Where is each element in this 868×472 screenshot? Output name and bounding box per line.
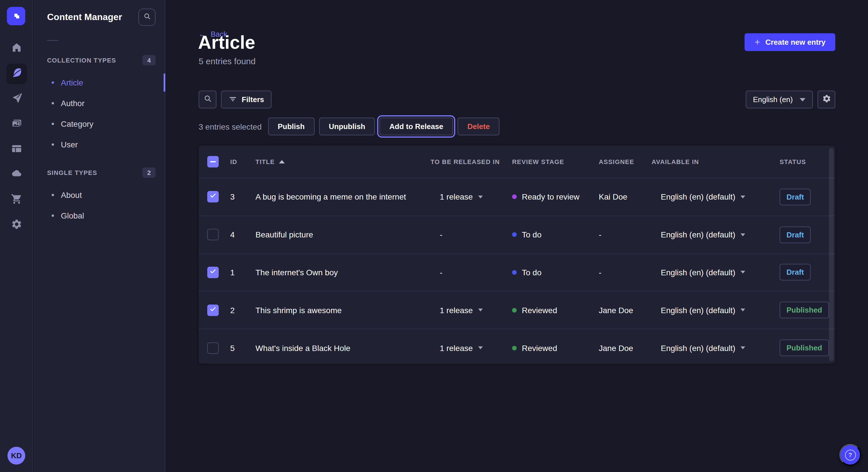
- column-header-title[interactable]: TITLE: [255, 158, 431, 165]
- column-header-label: AVAILABLE IN: [652, 158, 699, 165]
- chevron-down-icon: [741, 233, 745, 236]
- sidebar-title: Content Manager: [47, 12, 122, 22]
- bullet-icon: [52, 214, 54, 217]
- chevron-down-icon: [478, 309, 483, 312]
- strapi-logo[interactable]: [7, 7, 25, 25]
- search-button[interactable]: [198, 91, 216, 108]
- row-checkbox[interactable]: [207, 342, 219, 353]
- create-new-entry-label: Create new entry: [765, 38, 826, 46]
- chevron-down-icon: [800, 98, 805, 101]
- row-checkbox[interactable]: [207, 229, 219, 240]
- page-subtitle: 5 entries found: [198, 56, 256, 66]
- cell-review-stage: To do: [512, 230, 599, 239]
- rail-item-settings[interactable]: [6, 215, 27, 236]
- cell-status: Published: [780, 302, 835, 318]
- sidebar-item-category[interactable]: Category: [33, 115, 165, 133]
- media-library-icon: [11, 117, 22, 131]
- sidebar-item-user[interactable]: User: [33, 136, 165, 153]
- rail-item-cloud[interactable]: [6, 165, 27, 185]
- status-badge: Draft: [780, 226, 811, 243]
- bullet-icon: [52, 123, 54, 125]
- sidebar-item-about[interactable]: About: [33, 187, 165, 204]
- locale-dropdown[interactable]: English (en) (default): [652, 193, 780, 202]
- cloud-icon: [11, 168, 22, 182]
- status-badge: Draft: [780, 189, 811, 205]
- stage-dot-icon: [512, 345, 517, 350]
- table-row[interactable]: 5What's inside a Black Hole1 releaseRevi…: [198, 329, 835, 367]
- bullet-icon: [52, 143, 54, 146]
- cell-released: -: [431, 230, 512, 239]
- sidebar-search-button[interactable]: [138, 9, 156, 26]
- cell-assignee: -: [599, 268, 652, 277]
- select-all-checkbox[interactable]: [207, 156, 219, 167]
- publish-button[interactable]: Publish: [268, 117, 314, 135]
- stage-dot-icon: [512, 308, 517, 312]
- rail-item-content-manager[interactable]: [6, 64, 27, 84]
- cell-title: This shrimp is awesome: [255, 306, 431, 315]
- column-header-released: TO BE RELEASED IN: [431, 158, 512, 165]
- sort-ascending-icon[interactable]: [279, 160, 284, 164]
- cell-id: 5: [230, 343, 255, 352]
- delete-button[interactable]: Delete: [458, 117, 499, 135]
- stage-label: To do: [522, 268, 541, 277]
- table-row[interactable]: 1The internet's Own boy-To do-English (e…: [198, 253, 835, 291]
- chevron-down-icon: [741, 271, 745, 274]
- locale-select[interactable]: English (en): [745, 91, 813, 108]
- sidebar-item-article[interactable]: Article: [33, 74, 165, 91]
- column-header-id[interactable]: ID: [230, 158, 255, 165]
- rail-item-marketplace[interactable]: [6, 190, 27, 210]
- locale-dropdown[interactable]: English (en) (default): [652, 306, 780, 315]
- cell-id: 2: [230, 306, 255, 315]
- chevron-down-icon: [741, 346, 745, 349]
- stage-label: Ready to review: [522, 193, 580, 202]
- page-title: Article: [198, 32, 255, 53]
- cell-title: What's inside a Black Hole: [255, 343, 431, 352]
- locale-label: English (en) (default): [661, 193, 735, 202]
- sidebar-item-label: Category: [61, 119, 94, 129]
- release-dropdown[interactable]: 1 release: [431, 193, 512, 202]
- table-row[interactable]: 4Beautiful picture-To do-English (en) (d…: [198, 216, 835, 254]
- release-dropdown[interactable]: 1 release: [431, 343, 512, 352]
- bullet-icon: [52, 102, 54, 104]
- list-settings-button[interactable]: [817, 91, 835, 108]
- gear-icon: [822, 94, 831, 105]
- locale-dropdown[interactable]: English (en) (default): [652, 343, 780, 352]
- sidebar-item-author[interactable]: Author: [33, 95, 165, 112]
- release-count-label: 1 release: [440, 193, 473, 202]
- user-avatar[interactable]: KD: [7, 447, 25, 465]
- chevron-down-icon: [478, 196, 483, 198]
- stage-label: Reviewed: [522, 343, 557, 352]
- row-checkbox[interactable]: [207, 305, 219, 316]
- content-type-builder-icon: [11, 143, 22, 157]
- release-dropdown[interactable]: 1 release: [431, 306, 512, 315]
- help-icon: ?: [845, 449, 856, 460]
- selection-bar: 3 entries selected PublishUnpublishAdd t…: [198, 117, 835, 135]
- column-header-label: STATUS: [780, 158, 806, 165]
- table-row[interactable]: 2This shrimp is awesome1 releaseReviewed…: [198, 291, 835, 329]
- help-button[interactable]: ?: [839, 444, 861, 466]
- sidebar-divider: [47, 40, 59, 41]
- cell-assignee: Jane Doe: [599, 343, 652, 352]
- rail-item-content-type-builder[interactable]: [6, 139, 27, 160]
- table-row[interactable]: 3A bug is becoming a meme on the interne…: [198, 178, 835, 216]
- stage-label: Reviewed: [522, 306, 557, 315]
- locale-dropdown[interactable]: English (en) (default): [652, 268, 780, 277]
- selection-count: 3 entries selected: [198, 122, 261, 131]
- sidebar-item-global[interactable]: Global: [33, 207, 165, 224]
- locale-dropdown[interactable]: English (en) (default): [652, 230, 780, 239]
- rail-item-releases[interactable]: [6, 89, 27, 109]
- row-checkbox[interactable]: [207, 267, 219, 278]
- filters-button[interactable]: Filters: [221, 91, 272, 108]
- cell-review-stage: Ready to review: [512, 193, 599, 202]
- table-scrollbar[interactable]: [829, 148, 834, 361]
- add-to-release-button[interactable]: Add to Release: [379, 117, 453, 135]
- sidebar-item-label: Article: [61, 78, 83, 87]
- stage-dot-icon: [512, 270, 517, 275]
- create-new-entry-button[interactable]: + Create new entry: [745, 33, 835, 51]
- row-checkbox[interactable]: [207, 191, 219, 203]
- rail-item-media-library[interactable]: [6, 114, 27, 135]
- rail-item-home[interactable]: [6, 38, 27, 59]
- unpublish-button[interactable]: Unpublish: [319, 117, 375, 135]
- cell-assignee: Kai Doe: [599, 193, 652, 202]
- bullet-icon: [52, 194, 54, 196]
